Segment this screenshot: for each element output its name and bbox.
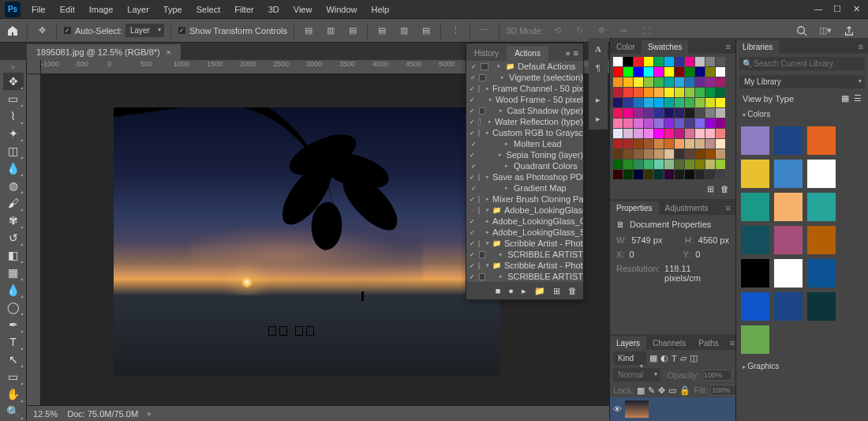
tool-path-select[interactable]: ↖ xyxy=(3,351,24,368)
swatch[interactable] xyxy=(675,149,684,159)
zoom-level[interactable]: 12.5% xyxy=(33,409,58,419)
tab-libraries[interactable]: Libraries xyxy=(736,40,779,54)
layer-thumbnail[interactable] xyxy=(625,400,649,418)
swatch[interactable] xyxy=(705,67,715,77)
action-item[interactable]: ✓▸Save as Photoshop PDF xyxy=(466,171,583,182)
lock-transparent-icon[interactable]: ▩ xyxy=(637,385,645,396)
filter-shape-icon[interactable]: ▱ xyxy=(680,353,687,363)
swatch[interactable] xyxy=(664,170,674,179)
swatch[interactable] xyxy=(705,129,715,138)
3d-roll-icon[interactable]: ↻ xyxy=(572,23,588,39)
swatch[interactable] xyxy=(685,118,694,128)
swatch[interactable] xyxy=(613,57,623,66)
menu-type[interactable]: Type xyxy=(157,2,189,17)
library-color-swatch[interactable] xyxy=(741,193,769,221)
swatch[interactable] xyxy=(623,129,633,138)
menu-file[interactable]: File xyxy=(25,2,52,17)
tool-magic-wand[interactable]: ✦ xyxy=(3,125,24,142)
swatch[interactable] xyxy=(623,77,633,87)
swatch[interactable] xyxy=(634,129,643,138)
tool-gradient[interactable]: ▦ xyxy=(3,264,24,281)
swatch[interactable] xyxy=(705,139,715,148)
swatch[interactable] xyxy=(695,57,705,66)
new-set-icon[interactable]: 📁 xyxy=(534,286,545,296)
swatch[interactable] xyxy=(634,139,643,148)
swatch[interactable] xyxy=(716,139,725,148)
action-item[interactable]: ✓▾📁Scribble Artist - Photosho... xyxy=(466,260,583,271)
swatch[interactable] xyxy=(685,88,694,97)
swatch[interactable] xyxy=(716,118,725,128)
swatch[interactable] xyxy=(675,88,684,97)
swatch[interactable] xyxy=(695,77,705,87)
action-item[interactable]: ✓▸Custom RGB to Grayscale xyxy=(466,127,583,138)
swatch[interactable] xyxy=(644,139,653,148)
swatch[interactable] xyxy=(634,170,643,179)
swatch[interactable] xyxy=(644,149,653,159)
swatch[interactable] xyxy=(644,129,653,138)
tab-properties[interactable]: Properties xyxy=(610,201,659,215)
swatch[interactable] xyxy=(613,108,623,118)
swatch[interactable] xyxy=(654,98,664,107)
menu-image[interactable]: Image xyxy=(83,2,120,17)
action-item[interactable]: ✓▾📁Adobe_LookingGlass_Acti... xyxy=(466,205,583,216)
swatch[interactable] xyxy=(654,57,664,66)
swatch[interactable] xyxy=(675,98,684,107)
swatch[interactable] xyxy=(623,57,633,66)
swatch[interactable] xyxy=(685,149,694,159)
grid-view-icon[interactable]: ▦ xyxy=(841,93,849,103)
tab-layers[interactable]: Layers xyxy=(610,336,646,350)
library-color-swatch[interactable] xyxy=(807,259,836,288)
swatch[interactable] xyxy=(664,57,674,66)
swatch[interactable] xyxy=(613,149,623,159)
swatch[interactable] xyxy=(613,129,623,138)
tool-dodge[interactable]: ◯ xyxy=(3,299,24,316)
swatch[interactable] xyxy=(644,88,653,97)
new-swatch-icon[interactable]: ⊞ xyxy=(707,184,714,194)
search-icon[interactable] xyxy=(794,23,810,39)
menu-view[interactable]: View xyxy=(287,2,319,17)
swatch[interactable] xyxy=(705,98,715,107)
swatch[interactable] xyxy=(664,77,674,87)
swatch[interactable] xyxy=(654,139,664,148)
share-icon[interactable] xyxy=(841,23,857,39)
swatch[interactable] xyxy=(634,88,643,97)
visibility-icon[interactable]: 👁 xyxy=(613,404,622,414)
swatch[interactable] xyxy=(685,57,694,66)
swatch[interactable] xyxy=(695,88,705,97)
swatch[interactable] xyxy=(664,129,674,138)
tab-actions[interactable]: Actions xyxy=(507,46,548,61)
swatch[interactable] xyxy=(716,149,725,159)
swatch[interactable] xyxy=(664,98,674,107)
action-item[interactable]: ✓▸Frame Channel - 50 pixel xyxy=(466,83,583,94)
panel-collapse-icon[interactable]: » xyxy=(565,48,570,58)
show-transform-checkbox[interactable]: ✓ xyxy=(178,26,186,35)
swatch[interactable] xyxy=(716,77,725,87)
swatch[interactable] xyxy=(623,139,633,148)
library-color-swatch[interactable] xyxy=(774,193,803,221)
filter-adj-icon[interactable]: ◐ xyxy=(660,353,668,363)
library-color-swatch[interactable] xyxy=(807,160,836,188)
close-tab-icon[interactable]: × xyxy=(166,48,171,57)
swatch[interactable] xyxy=(705,149,715,159)
swatch[interactable] xyxy=(654,170,664,179)
maximize-button[interactable]: ☐ xyxy=(832,4,843,14)
swatch[interactable] xyxy=(634,77,643,87)
swatch[interactable] xyxy=(644,108,653,118)
swatch[interactable] xyxy=(705,57,715,66)
character-panel-icon[interactable]: A xyxy=(592,43,604,55)
swatch[interactable] xyxy=(675,139,684,148)
tool-zoom[interactable]: 🔍 xyxy=(3,403,24,420)
swatch[interactable] xyxy=(695,98,705,107)
swatch[interactable] xyxy=(644,57,653,66)
action-item[interactable]: ✓▾📁Default Actions xyxy=(466,61,583,72)
action-item[interactable]: ✓▸Cast Shadow (type) xyxy=(466,105,583,116)
swatch[interactable] xyxy=(664,160,674,169)
action-item[interactable]: ✓▸Wood Frame - 50 pixel xyxy=(466,94,583,105)
action-item[interactable]: ✓▸Sepia Toning (layer) xyxy=(466,149,583,160)
tool-blur[interactable]: 💧 xyxy=(3,281,24,299)
library-color-swatch[interactable] xyxy=(807,292,836,321)
swatch[interactable] xyxy=(685,77,694,87)
new-action-icon[interactable]: ⊞ xyxy=(553,286,560,296)
3d-slide-icon[interactable]: ⇔ xyxy=(616,23,632,39)
history-panel-icon[interactable]: ▸ xyxy=(592,112,604,125)
